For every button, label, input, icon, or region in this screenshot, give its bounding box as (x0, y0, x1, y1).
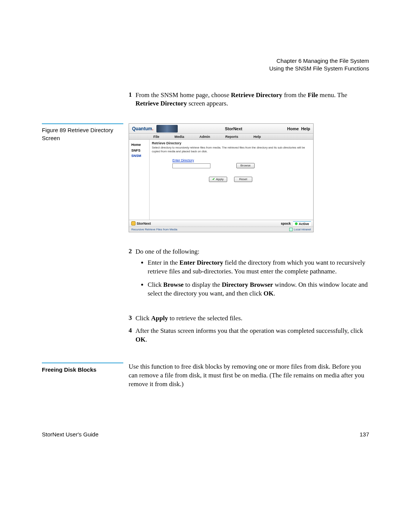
enter-directory-label[interactable]: Enter Directory (172, 158, 309, 162)
figure-caption: Figure 89 Retrieve Directory Screen (42, 123, 123, 142)
sidebar: Home SNFS SNSM (129, 140, 150, 220)
step-text: Do one of the following: Enter in the En… (135, 248, 369, 303)
step-3: 3 Click Apply to retrieve the selected f… (129, 314, 369, 323)
product-title: StorNext (180, 126, 287, 131)
status-text: Recursive Retrieve Files from Media (131, 228, 177, 231)
apply-button[interactable]: ✔Apply (209, 177, 227, 182)
bullet-item: Click Browse to display the Directory Br… (148, 281, 369, 298)
sidebar-home[interactable]: Home (131, 142, 148, 147)
status-dot-icon (295, 222, 298, 225)
bullet-item: Enter in the Enter Directory field the d… (148, 259, 369, 276)
step-text: After the Status screen informs you that… (135, 327, 369, 344)
step-2: 2 Do one of the following: Enter in the … (129, 248, 369, 303)
footer-product: StorNext (137, 222, 151, 225)
check-icon: ✔ (212, 177, 215, 182)
step-number: 1 (129, 91, 135, 109)
menu-admin[interactable]: Admin (199, 135, 210, 139)
menubar: File Media Admin Reports Help (129, 134, 313, 140)
section-paragraph: Use this function to free disk blocks by… (129, 363, 369, 389)
page-number: 137 (360, 431, 369, 438)
enter-directory-input[interactable] (172, 163, 210, 168)
footer-left: StorNext User's Guide (42, 431, 99, 438)
panel-description: Select directory to recursively retrieve… (152, 146, 309, 153)
step-number: 4 (129, 327, 135, 344)
app-status-bar: StorNext spock Active (129, 220, 313, 227)
quantum-logo: Quantum. (129, 126, 156, 131)
header-graphic (156, 125, 178, 133)
step-text: Click Apply to retrieve the selected fil… (135, 314, 369, 323)
menu-reports[interactable]: Reports (225, 135, 238, 139)
home-link[interactable]: Home (287, 126, 299, 131)
section-heading: Freeing Disk Blocks (42, 363, 123, 373)
app-topbar: Quantum. StorNext Home Help (129, 124, 313, 134)
step-text: From the SNSM home page, choose Retrieve… (135, 91, 369, 109)
chapter-header: Chapter 6 Managing the File System Using… (42, 57, 369, 73)
zone-label: Local intranet (294, 228, 311, 231)
chapter-line1: Chapter 6 Managing the File System (42, 57, 369, 65)
status-badge: Active (293, 221, 311, 226)
step-number: 2 (129, 248, 135, 303)
reset-button[interactable]: Reset (234, 177, 252, 182)
browse-button[interactable]: Browse (236, 163, 255, 168)
menu-help[interactable]: Help (253, 135, 261, 139)
host-name: spock (281, 222, 291, 225)
intranet-icon (289, 228, 293, 231)
step-number: 3 (129, 314, 135, 323)
main-panel: Retrieve Directory Select directory to r… (150, 140, 313, 220)
step-4: 4 After the Status screen informs you th… (129, 327, 369, 344)
retrieve-directory-screenshot: Quantum. StorNext Home Help File Media A… (129, 123, 314, 232)
browser-status-bar: Recursive Retrieve Files from Media Loca… (129, 227, 313, 232)
menu-media[interactable]: Media (175, 135, 185, 139)
panel-title: Retrieve Directory (152, 141, 309, 145)
chapter-line2: Using the SNSM File System Functions (42, 65, 369, 72)
sidebar-snsm[interactable]: SNSM (131, 153, 148, 158)
stornext-icon (131, 221, 135, 225)
sidebar-snfs[interactable]: SNFS (131, 148, 148, 153)
help-link[interactable]: Help (301, 126, 310, 131)
step-1: 1 From the SNSM home page, choose Retrie… (129, 91, 369, 109)
page-footer: StorNext User's Guide 137 (42, 431, 369, 438)
menu-file[interactable]: File (153, 135, 159, 139)
